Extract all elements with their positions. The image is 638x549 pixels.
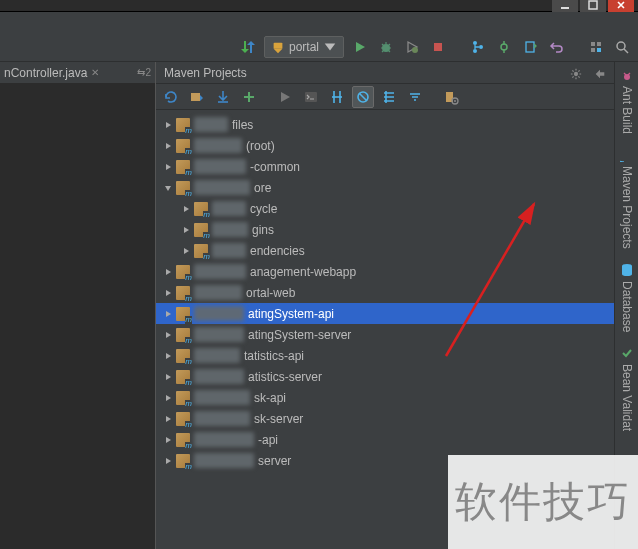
tree-row[interactable]: atingSystem-server [156, 324, 614, 345]
editor-tab[interactable]: nController.java ✕ [0, 66, 103, 80]
expand-arrow-right-icon[interactable] [162, 413, 174, 425]
tree-row[interactable]: sk-server [156, 408, 614, 429]
tree-row[interactable]: atingSystem-api [156, 303, 614, 324]
download-sources-icon[interactable] [212, 86, 234, 108]
tree-row[interactable]: gins [156, 219, 614, 240]
expand-arrow-right-icon[interactable] [162, 329, 174, 341]
maven-module-icon [176, 286, 190, 300]
expand-arrow-right-icon[interactable] [162, 392, 174, 404]
svg-rect-13 [591, 48, 595, 52]
svg-point-4 [412, 47, 418, 53]
skip-tests-icon[interactable] [352, 86, 374, 108]
rail-maven-projects[interactable]: m Maven Projects [620, 148, 634, 249]
expand-arrow-right-icon[interactable] [162, 119, 174, 131]
coverage-button[interactable] [402, 37, 422, 57]
tree-row[interactable]: tatistics-api [156, 345, 614, 366]
search-everywhere-icon[interactable] [612, 37, 632, 57]
maven-module-icon [176, 433, 190, 447]
maven-module-icon [176, 160, 190, 174]
expand-arrow-right-icon[interactable] [162, 140, 174, 152]
svg-point-6 [473, 41, 477, 45]
stop-button[interactable] [428, 37, 448, 57]
svg-point-22 [454, 100, 456, 102]
rail-database[interactable]: Database [620, 263, 634, 332]
svg-rect-12 [597, 42, 601, 46]
expand-arrow-right-icon[interactable] [162, 434, 174, 446]
show-dependencies-icon[interactable] [378, 86, 400, 108]
execute-goal-icon[interactable] [300, 86, 322, 108]
tree-row[interactable]: ortal-web [156, 282, 614, 303]
tree-item-label: atingSystem-api [248, 307, 334, 321]
tree-row[interactable]: (root) [156, 135, 614, 156]
undo-button[interactable] [546, 37, 566, 57]
tree-item-label: sk-api [254, 391, 286, 405]
expand-arrow-right-icon[interactable] [162, 455, 174, 467]
vcs-commit-icon[interactable] [494, 37, 514, 57]
expand-arrow-right-icon[interactable] [180, 245, 192, 257]
expand-arrow-right-icon[interactable] [162, 266, 174, 278]
tree-item-label: -common [250, 160, 300, 174]
minimize-button[interactable] [552, 0, 578, 12]
maven-module-icon [176, 118, 190, 132]
close-tab-icon[interactable]: ✕ [91, 67, 99, 78]
expand-arrow-right-icon[interactable] [162, 308, 174, 320]
expand-arrow-right-icon[interactable] [162, 287, 174, 299]
tree-row[interactable]: files [156, 114, 614, 135]
expand-arrow-down-icon[interactable] [162, 182, 174, 194]
run-config-label: portal [289, 40, 319, 54]
tree-item-label: ore [254, 181, 271, 195]
tree-row[interactable]: -common [156, 156, 614, 177]
run-config-selector[interactable]: portal [264, 36, 344, 58]
debug-button[interactable] [376, 37, 396, 57]
redacted-segment [194, 453, 254, 468]
vcs-update-icon[interactable] [238, 37, 258, 57]
reimport-icon[interactable] [160, 86, 182, 108]
maven-module-icon [176, 391, 190, 405]
vcs-history-icon[interactable] [520, 37, 540, 57]
maximize-button[interactable] [580, 0, 606, 12]
maven-toolbar [156, 84, 614, 110]
rail-bean-validation[interactable]: Bean Validat [620, 346, 634, 431]
maven-settings-icon[interactable] [440, 86, 462, 108]
tab-label: nController.java [4, 66, 87, 80]
generate-sources-icon[interactable] [186, 86, 208, 108]
redacted-segment [194, 285, 242, 300]
svg-point-7 [473, 49, 477, 53]
expand-arrow-right-icon[interactable] [162, 161, 174, 173]
tree-row[interactable]: atistics-server [156, 366, 614, 387]
collapse-all-icon[interactable] [404, 86, 426, 108]
panel-settings-icon[interactable] [566, 64, 586, 84]
maven-module-icon [194, 244, 208, 258]
run-button[interactable] [350, 37, 370, 57]
project-structure-icon[interactable] [586, 37, 606, 57]
rail-ant-build[interactable]: Ant Build [620, 68, 634, 134]
tree-row[interactable]: anagement-webapp [156, 261, 614, 282]
maven-module-icon [176, 139, 190, 153]
tree-row[interactable]: cycle [156, 198, 614, 219]
svg-rect-10 [526, 42, 534, 52]
expand-arrow-right-icon[interactable] [180, 203, 192, 215]
maven-module-icon [176, 328, 190, 342]
svg-rect-17 [191, 93, 200, 101]
svg-rect-11 [591, 42, 595, 46]
redacted-segment [194, 264, 246, 279]
expand-arrow-right-icon[interactable] [162, 350, 174, 362]
tree-row[interactable]: -api [156, 429, 614, 450]
expand-arrow-right-icon[interactable] [180, 224, 192, 236]
expand-arrow-right-icon[interactable] [162, 371, 174, 383]
vcs-branch-icon[interactable] [468, 37, 488, 57]
toggle-offline-icon[interactable] [326, 86, 348, 108]
add-maven-icon[interactable] [238, 86, 260, 108]
tree-item-label: files [232, 118, 253, 132]
svg-text:m: m [620, 160, 628, 162]
tree-item-label: atistics-server [248, 370, 322, 384]
tree-item-label: endencies [250, 244, 305, 258]
tree-row[interactable]: ore [156, 177, 614, 198]
tree-row[interactable]: endencies [156, 240, 614, 261]
panel-hide-icon[interactable] [590, 64, 610, 84]
tree-item-label: ortal-web [246, 286, 295, 300]
run-maven-icon[interactable] [274, 86, 296, 108]
tree-row[interactable]: sk-api [156, 387, 614, 408]
close-button[interactable] [608, 0, 634, 12]
redacted-segment [194, 432, 254, 447]
